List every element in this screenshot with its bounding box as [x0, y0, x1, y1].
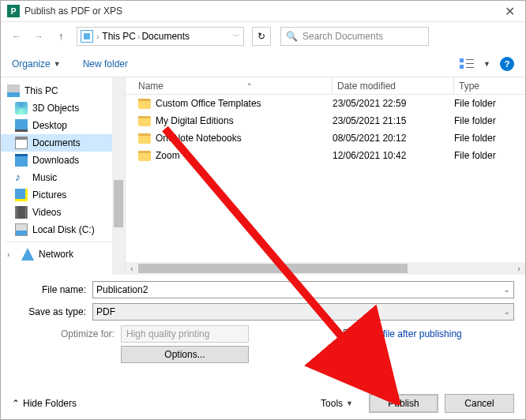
- scrollbar-thumb[interactable]: [138, 264, 408, 273]
- chevron-down-icon[interactable]: ﹀: [233, 32, 240, 42]
- videos-icon: [15, 206, 28, 219]
- file-row[interactable]: OneNote Notebooks08/05/2021 20:12File fo…: [126, 129, 525, 147]
- file-name-value: Publication2: [96, 284, 148, 295]
- file-type: File folder: [454, 133, 517, 144]
- file-row[interactable]: Custom Office Templates23/05/2021 22:59F…: [126, 95, 525, 112]
- help-icon[interactable]: ?: [500, 57, 514, 71]
- close-icon[interactable]: ✕: [494, 1, 525, 22]
- breadcrumb-part[interactable]: Documents: [141, 31, 190, 42]
- tree-label: Desktop: [32, 120, 67, 131]
- file-date: 12/06/2021 10:42: [333, 150, 454, 161]
- chevron-right-icon: ›: [96, 32, 99, 41]
- tree-label: Pictures: [32, 189, 66, 201]
- file-row[interactable]: Zoom12/06/2021 10:42File folder: [126, 147, 525, 164]
- hide-folders-label: Hide Folders: [23, 398, 77, 409]
- file-name-label: File name:: [12, 284, 92, 295]
- file-name: My Digital Editions: [156, 115, 234, 126]
- column-name[interactable]: Name ⌃: [133, 77, 333, 94]
- tree-label: Network: [39, 249, 73, 260]
- save-form: File name: Publication2 ⌄ Save as type: …: [1, 275, 525, 363]
- app-icon: P: [7, 5, 20, 17]
- scroll-left-icon[interactable]: ‹: [126, 264, 138, 273]
- chevron-right-icon: ›: [7, 250, 15, 259]
- tree-label: Music: [32, 172, 57, 183]
- tree-item-desktop[interactable]: Desktop: [1, 117, 125, 134]
- column-type[interactable]: Type: [454, 77, 517, 94]
- column-date[interactable]: Date modified: [333, 77, 454, 94]
- folder-icon: [138, 116, 151, 126]
- horizontal-scrollbar[interactable]: ‹ ›: [126, 262, 525, 275]
- search-input[interactable]: 🔍 Search Documents: [280, 27, 429, 46]
- folder-icon: [138, 151, 151, 161]
- file-name-input[interactable]: Publication2 ⌄: [92, 281, 514, 298]
- hide-folders-button[interactable]: ⌃ Hide Folders: [12, 398, 77, 409]
- tree-label: Videos: [32, 207, 61, 218]
- up-button[interactable]: ↑: [51, 27, 70, 46]
- titlebar: P Publish as PDF or XPS ✕: [1, 1, 525, 22]
- file-row[interactable]: My Digital Editions23/05/2021 21:15File …: [126, 112, 525, 129]
- file-date: 23/05/2021 21:15: [333, 115, 454, 126]
- options-button[interactable]: Options...: [121, 346, 249, 363]
- save-as-type-select[interactable]: PDF ⌄: [92, 303, 514, 321]
- file-date: 23/05/2021 22:59: [333, 98, 454, 109]
- chevron-down-icon: ▼: [54, 60, 61, 68]
- chevron-down-icon: ⌄: [504, 308, 510, 316]
- window-buttons: ✕: [494, 1, 525, 22]
- file-type: File folder: [454, 150, 517, 161]
- publish-button[interactable]: Publish: [369, 394, 438, 413]
- scroll-track[interactable]: [138, 262, 513, 275]
- downloads-icon: [15, 154, 28, 167]
- tree-item-this-pc[interactable]: This PC: [1, 82, 125, 99]
- tree-label: Local Disk (C:): [32, 224, 95, 235]
- folder-icon: [138, 133, 151, 144]
- view-options-icon[interactable]: [460, 57, 477, 71]
- cancel-button[interactable]: Cancel: [445, 394, 514, 413]
- open-after-checkbox[interactable]: ✓ Open file after publishing: [344, 328, 462, 339]
- scroll-right-icon[interactable]: ›: [513, 264, 525, 273]
- tree-item-documents[interactable]: Documents: [1, 134, 125, 152]
- tree-scrollbar[interactable]: [112, 77, 125, 275]
- tree-item-local-disk[interactable]: Local Disk (C:): [1, 221, 125, 238]
- documents-icon: [15, 137, 28, 149]
- open-after-label: Open file after publishing: [357, 328, 462, 339]
- tree-item-pictures[interactable]: Pictures: [1, 186, 125, 204]
- tree-label: 3D Objects: [32, 103, 79, 114]
- folder-icon: [138, 99, 151, 109]
- tree-item-videos[interactable]: Videos: [1, 204, 125, 221]
- desktop-icon: [15, 119, 28, 132]
- forward-button[interactable]: →: [29, 27, 48, 46]
- tree-item-3d-objects[interactable]: 3D Objects: [1, 99, 125, 117]
- toolbar: Organize ▼ New folder ▼ ?: [1, 51, 525, 77]
- tools-menu[interactable]: Tools ▼: [321, 398, 353, 409]
- scrollbar-thumb[interactable]: [114, 180, 123, 227]
- chevron-down-icon[interactable]: ▼: [483, 60, 490, 68]
- file-list: Name ⌃ Date modified Type Custom Office …: [126, 77, 525, 275]
- sort-indicator-icon: ⌃: [246, 82, 253, 90]
- tree-item-downloads[interactable]: Downloads: [1, 152, 125, 169]
- chevron-down-icon[interactable]: ⌄: [504, 286, 510, 294]
- explorer-body: This PC 3D Objects Desktop Documents Dow…: [1, 77, 525, 275]
- search-placeholder: Search Documents: [302, 31, 383, 42]
- tree-item-network[interactable]: › Network: [1, 246, 125, 263]
- tree-label: This PC: [24, 85, 58, 96]
- music-icon: ♪: [15, 171, 28, 184]
- this-pc-icon: [7, 84, 20, 97]
- tools-label: Tools: [321, 398, 343, 409]
- new-folder-button[interactable]: New folder: [83, 58, 128, 69]
- optimize-for-value: High quality printing: [121, 325, 249, 343]
- organize-menu[interactable]: Organize ▼: [12, 58, 61, 69]
- tree-item-music[interactable]: ♪ Music: [1, 169, 125, 186]
- nav-tree: This PC 3D Objects Desktop Documents Dow…: [1, 77, 126, 275]
- file-type: File folder: [454, 115, 517, 126]
- divider: [6, 242, 120, 242]
- back-button[interactable]: ←: [7, 27, 26, 46]
- folder-icon: [81, 30, 93, 43]
- file-type: File folder: [454, 98, 517, 109]
- address-bar[interactable]: › This PC › Documents ﹀: [77, 27, 244, 46]
- checkbox-checked-icon: ✓: [344, 329, 354, 339]
- optimize-for-label: Optimize for:: [12, 328, 121, 339]
- refresh-button[interactable]: ↻: [252, 27, 271, 46]
- breadcrumb-part[interactable]: This PC: [102, 31, 136, 42]
- breadcrumb: This PC › Documents: [102, 31, 190, 42]
- chevron-up-icon: ⌃: [12, 398, 20, 409]
